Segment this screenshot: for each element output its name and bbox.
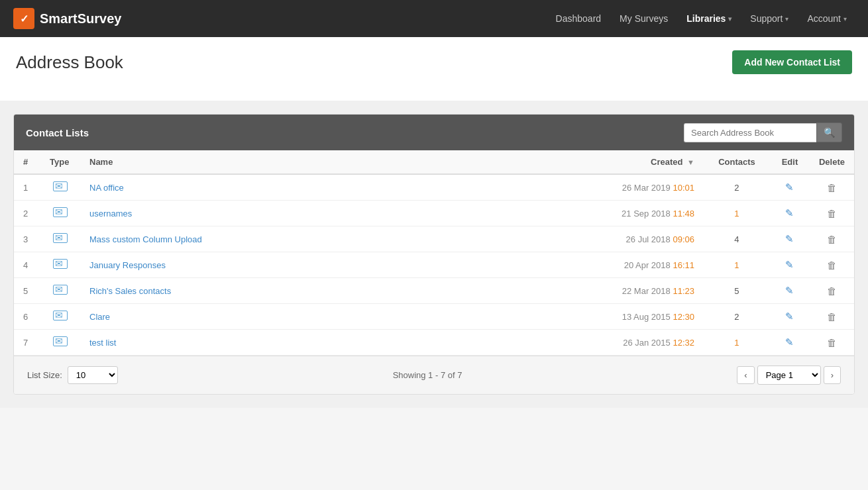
- contact-list-link[interactable]: usernames: [89, 209, 132, 219]
- page-select[interactable]: Page 1: [757, 366, 821, 385]
- list-size-label: List Size:: [27, 370, 62, 380]
- table-row: 6 Clare 13 Aug 2015 12:30 2 ✎ 🗑: [14, 304, 854, 330]
- contacts-count: 5: [734, 286, 739, 296]
- col-header-delete: Delete: [810, 150, 854, 174]
- nav-item-dashboard[interactable]: Dashboard: [548, 8, 610, 29]
- chevron-down-icon: ▾: [843, 15, 847, 23]
- created-time: 11:48: [673, 209, 694, 219]
- row-delete: 🗑: [810, 174, 854, 201]
- email-icon: [53, 336, 68, 346]
- delete-icon[interactable]: 🗑: [827, 260, 837, 271]
- row-name: January Responses: [80, 252, 571, 278]
- contact-list-link[interactable]: NA office: [89, 183, 124, 193]
- delete-icon[interactable]: 🗑: [827, 234, 837, 245]
- search-input[interactable]: [684, 123, 816, 142]
- table-row: 3 Mass custom Column Upload 26 Jul 2018 …: [14, 226, 854, 252]
- nav-item-my-surveys[interactable]: My Surveys: [612, 8, 676, 29]
- row-contacts: 2: [704, 174, 770, 201]
- row-type: [40, 330, 80, 356]
- delete-icon[interactable]: 🗑: [827, 208, 837, 219]
- row-delete: 🗑: [810, 278, 854, 304]
- row-type: [40, 278, 80, 304]
- panel-title: Contact Lists: [26, 127, 89, 138]
- email-icon: [53, 259, 68, 269]
- contact-list-link[interactable]: Mass custom Column Upload: [89, 234, 202, 244]
- edit-icon[interactable]: ✎: [785, 336, 794, 348]
- email-icon: [53, 181, 68, 191]
- row-created: 26 Jul 2018 09:06: [571, 226, 704, 252]
- col-header-name: Name: [80, 150, 571, 174]
- navbar: ✓ SmartSurvey Dashboard My Surveys Libra…: [0, 0, 868, 37]
- table-header-row: # Type Name Created ▼ Contacts Edit Dele…: [14, 150, 854, 174]
- email-icon: [53, 311, 68, 320]
- contact-lists-table: # Type Name Created ▼ Contacts Edit Dele…: [14, 150, 854, 356]
- row-edit: ✎: [770, 304, 810, 330]
- row-contacts: 4: [704, 226, 770, 252]
- contacts-count: 1: [734, 338, 739, 348]
- edit-icon[interactable]: ✎: [785, 259, 794, 270]
- row-created: 26 Jan 2015 12:32: [571, 330, 704, 356]
- contacts-count: 1: [734, 209, 739, 219]
- col-header-contacts: Contacts: [704, 150, 770, 174]
- row-num: 1: [14, 174, 40, 201]
- contact-list-link[interactable]: January Responses: [89, 260, 166, 270]
- contact-list-link[interactable]: test list: [89, 338, 116, 348]
- created-time: 16:11: [673, 260, 694, 270]
- delete-icon[interactable]: 🗑: [827, 311, 837, 322]
- contact-list-link[interactable]: Rich's Sales contacts: [89, 286, 171, 296]
- email-icon: [53, 285, 68, 295]
- contacts-count: 4: [734, 234, 739, 244]
- row-contacts: 2: [704, 304, 770, 330]
- created-date: 26 Jan 2015: [623, 338, 671, 348]
- row-delete: 🗑: [810, 330, 854, 356]
- chevron-down-icon: ▾: [785, 15, 788, 23]
- page-title: Address Book: [16, 52, 123, 73]
- table-row: 4 January Responses 20 Apr 2018 16:11 1 …: [14, 252, 854, 278]
- nav-item-support[interactable]: Support ▾: [742, 8, 796, 29]
- sort-arrow-icon: ▼: [687, 158, 694, 166]
- created-time: 11:23: [673, 286, 694, 296]
- list-size-select[interactable]: 10 25 50 100: [68, 366, 118, 384]
- row-type: [40, 304, 80, 330]
- pagination-prev-button[interactable]: ‹: [737, 366, 754, 384]
- row-created: 20 Apr 2018 16:11: [571, 252, 704, 278]
- content-area: Contact Lists 🔍 # Type Name Created ▼: [0, 101, 868, 408]
- email-icon: [53, 233, 68, 243]
- row-delete: 🗑: [810, 201, 854, 226]
- pagination-next-button[interactable]: ›: [824, 366, 841, 384]
- created-time: 10:01: [673, 183, 694, 193]
- row-type: [40, 226, 80, 252]
- panel-header: Contact Lists 🔍: [14, 115, 854, 150]
- add-new-contact-list-button[interactable]: Add New Contact List: [732, 50, 852, 74]
- chevron-down-icon: ▾: [728, 15, 732, 23]
- row-name: test list: [80, 330, 571, 356]
- nav-links: Dashboard My Surveys Libraries ▾ Support…: [548, 8, 855, 29]
- brand-logo-link[interactable]: ✓ SmartSurvey: [13, 8, 121, 29]
- showing-text: Showing 1 - 7 of 7: [118, 370, 737, 380]
- delete-icon[interactable]: 🗑: [827, 285, 837, 297]
- edit-icon[interactable]: ✎: [785, 181, 794, 193]
- edit-icon[interactable]: ✎: [785, 311, 794, 322]
- page-container: Address Book Add New Contact List: [0, 37, 868, 101]
- delete-icon[interactable]: 🗑: [827, 337, 837, 348]
- search-button[interactable]: 🔍: [816, 122, 842, 142]
- row-delete: 🗑: [810, 226, 854, 252]
- row-num: 3: [14, 226, 40, 252]
- table-footer: List Size: 10 25 50 100 Showing 1 - 7 of…: [14, 356, 854, 394]
- nav-item-libraries[interactable]: Libraries ▾: [678, 8, 739, 29]
- edit-icon[interactable]: ✎: [785, 207, 794, 219]
- row-edit: ✎: [770, 174, 810, 201]
- contact-list-link[interactable]: Clare: [89, 312, 110, 322]
- edit-icon[interactable]: ✎: [785, 233, 794, 244]
- table-row: 2 usernames 21 Sep 2018 11:48 1 ✎ 🗑: [14, 201, 854, 226]
- nav-item-account[interactable]: Account ▾: [799, 8, 855, 29]
- delete-icon[interactable]: 🗑: [827, 182, 837, 193]
- edit-icon[interactable]: ✎: [785, 285, 794, 296]
- row-type: [40, 252, 80, 278]
- col-header-created[interactable]: Created ▼: [571, 150, 704, 174]
- table-row: 1 NA office 26 Mar 2019 10:01 2 ✎ 🗑: [14, 174, 854, 201]
- row-created: 26 Mar 2019 10:01: [571, 174, 704, 201]
- created-date: 13 Aug 2015: [622, 312, 671, 322]
- table-row: 7 test list 26 Jan 2015 12:32 1 ✎ 🗑: [14, 330, 854, 356]
- col-header-edit: Edit: [770, 150, 810, 174]
